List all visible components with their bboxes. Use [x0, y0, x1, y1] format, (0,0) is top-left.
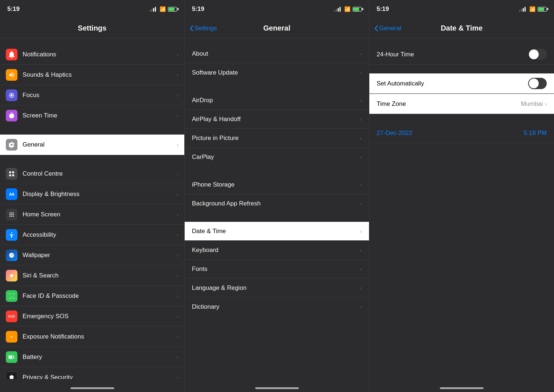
- exposure-icon: [6, 331, 17, 343]
- general-item-carplay[interactable]: CarPlay ›: [185, 148, 369, 167]
- airdrop-label: AirDrop: [192, 97, 360, 104]
- settings-item-wallpaper[interactable]: Wallpaper ›: [0, 245, 184, 265]
- section-group-1: Notifications › Sounds & Haptics ›: [0, 44, 184, 126]
- settings-item-sos[interactable]: SOS Emergency SOS ›: [0, 306, 184, 327]
- panel-settings: 5:19 📶 Settings: [0, 0, 185, 392]
- general-item-softwareupdate[interactable]: Software Update ›: [185, 63, 369, 82]
- general-label: General: [23, 141, 177, 148]
- accessibility-label: Accessibility: [23, 231, 177, 239]
- bgrefresh-chevron: ›: [360, 201, 362, 207]
- sos-chevron: ›: [177, 313, 178, 319]
- datetime-label: Date & Time: [192, 228, 360, 235]
- svg-point-8: [11, 214, 12, 215]
- general-item-about[interactable]: About ›: [185, 44, 369, 63]
- nav-back-3[interactable]: General: [374, 25, 401, 32]
- about-label: About: [192, 50, 360, 57]
- homescreen-icon: [6, 209, 17, 220]
- panel-general: 5:19 📶 Settings General: [185, 0, 369, 392]
- svg-rect-17: [9, 298, 11, 299]
- sounds-chevron: ›: [177, 72, 178, 78]
- keyboard-chevron: ›: [360, 247, 362, 253]
- svg-point-13: [11, 232, 12, 233]
- svg-rect-3: [12, 174, 14, 176]
- general-item-keyboard[interactable]: Keyboard ›: [185, 241, 369, 260]
- datetime-section-3: 27-Dec-2022 5:19 PM: [369, 123, 554, 143]
- focus-icon: [6, 89, 17, 101]
- general-item-language[interactable]: Language & Region ›: [185, 279, 369, 297]
- language-label: Language & Region: [192, 284, 360, 292]
- accessibility-icon: [6, 229, 17, 241]
- settings-item-screentime[interactable]: Screen Time ›: [0, 105, 184, 126]
- datetime-row-24hour: 24-Hour Time: [369, 44, 554, 65]
- svg-rect-15: [9, 293, 11, 294]
- 24hour-toggle-knob: [529, 49, 539, 59]
- settings-item-homescreen[interactable]: Home Screen ›: [0, 204, 184, 225]
- settings-item-siri[interactable]: Siri & Search ›: [0, 265, 184, 286]
- datetime-row-timezone[interactable]: Time Zone Mumbai ›: [369, 94, 554, 114]
- settings-item-battery[interactable]: Battery ›: [0, 347, 184, 367]
- status-bar-3: 5:19 📶: [369, 0, 554, 18]
- fonts-label: Fonts: [192, 265, 360, 273]
- general-item-bgrefresh[interactable]: Background App Refresh ›: [185, 194, 369, 213]
- general-item-storage[interactable]: iPhone Storage ›: [185, 175, 369, 194]
- settings-item-notifications[interactable]: Notifications ›: [0, 44, 184, 65]
- general-section-3: iPhone Storage › Background App Refresh …: [185, 175, 369, 213]
- general-icon: [6, 139, 17, 151]
- general-item-airdrop[interactable]: AirDrop ›: [185, 91, 369, 110]
- separator-2: [0, 158, 184, 164]
- general-item-pip[interactable]: Picture in Picture ›: [185, 129, 369, 148]
- svg-point-9: [13, 214, 14, 215]
- time-value[interactable]: 5:19 PM: [524, 129, 547, 137]
- storage-chevron: ›: [360, 182, 362, 188]
- section-group-3: Control Centre › AA Display & Brightness…: [0, 164, 184, 379]
- setauto-toggle[interactable]: [528, 78, 547, 89]
- display-icon: AA: [6, 188, 17, 200]
- status-time-1: 5:19: [7, 5, 20, 13]
- 24hour-toggle[interactable]: [528, 49, 547, 60]
- sounds-label: Sounds & Haptics: [23, 71, 177, 79]
- nav-back-label-2: Settings: [194, 25, 217, 32]
- general-item-datetime[interactable]: Date & Time ›: [185, 222, 369, 241]
- battery-icon-1: [168, 7, 177, 12]
- settings-item-privacy[interactable]: Privacy & Security ›: [0, 367, 184, 379]
- wifi-icon-2: 📶: [344, 6, 350, 12]
- settings-item-faceid[interactable]: Face ID & Passcode ›: [0, 286, 184, 306]
- settings-item-display[interactable]: AA Display & Brightness ›: [0, 184, 184, 204]
- svg-rect-2: [9, 174, 11, 176]
- faceid-label: Face ID & Passcode: [23, 292, 177, 300]
- settings-item-sounds[interactable]: Sounds & Haptics ›: [0, 65, 184, 85]
- carplay-chevron: ›: [360, 154, 362, 160]
- wallpaper-chevron: ›: [177, 252, 178, 258]
- airdrop-chevron: ›: [360, 97, 362, 103]
- nav-bar-1: Settings: [0, 18, 184, 39]
- signal-icon-2: [334, 7, 341, 12]
- sos-icon: SOS: [6, 311, 17, 322]
- siri-chevron: ›: [177, 273, 178, 279]
- svg-rect-0: [9, 171, 11, 173]
- nav-back-2[interactable]: Settings: [190, 25, 217, 32]
- 24hour-label: 24-Hour Time: [377, 51, 528, 58]
- svg-point-14: [10, 274, 13, 277]
- siri-icon: [6, 270, 17, 281]
- sounds-icon: [6, 69, 17, 81]
- general-item-fonts[interactable]: Fonts ›: [185, 260, 369, 279]
- bgrefresh-label: Background App Refresh: [192, 200, 360, 207]
- general-item-airplay[interactable]: AirPlay & Handoff ›: [185, 110, 369, 129]
- date-value[interactable]: 27-Dec-2022: [377, 129, 524, 137]
- wallpaper-icon: [6, 249, 17, 261]
- general-item-dictionary[interactable]: Dictionary ›: [185, 297, 369, 316]
- settings-item-accessibility[interactable]: Accessibility ›: [0, 225, 184, 245]
- datetime-row-setauto: Set Automatically: [369, 73, 554, 94]
- faceid-chevron: ›: [177, 293, 178, 299]
- home-indicator-1: [71, 387, 114, 389]
- sos-label: Emergency SOS: [23, 313, 177, 320]
- settings-item-exposure[interactable]: Exposure Notifications ›: [0, 327, 184, 347]
- settings-item-controlcentre[interactable]: Control Centre ›: [0, 164, 184, 184]
- home-indicator-3: [440, 387, 483, 389]
- settings-item-general[interactable]: General ›: [0, 135, 184, 155]
- panel-datetime: 5:19 📶 General Date & Time: [369, 0, 554, 392]
- airplay-chevron: ›: [360, 116, 362, 122]
- softwareupdate-chevron: ›: [360, 70, 362, 76]
- settings-item-focus[interactable]: Focus ›: [0, 85, 184, 105]
- status-bar-1: 5:19 📶: [0, 0, 184, 18]
